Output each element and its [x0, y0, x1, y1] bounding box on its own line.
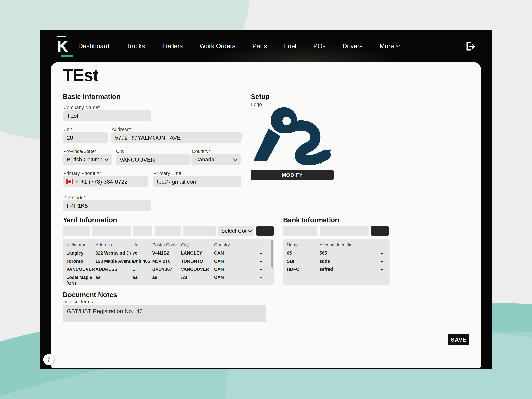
- company-name-input[interactable]: [67, 113, 147, 119]
- yard-table-header: Nickname Address Unit Postal Code City C…: [66, 241, 274, 249]
- navbar: K DashboardTrucksTrailersWork OrdersPart…: [40, 30, 492, 62]
- zip-input[interactable]: [67, 203, 147, 209]
- yard-nickname-input[interactable]: [63, 226, 90, 236]
- nav-item[interactable]: Work Orders: [200, 43, 235, 50]
- table-cell: Local Maple (ON): [66, 275, 95, 285]
- email-input[interactable]: [157, 178, 237, 185]
- nav-item[interactable]: Drivers: [342, 43, 362, 50]
- address-label: Address*: [112, 127, 131, 132]
- chevron-down-icon: [233, 157, 237, 161]
- maple-leaf-icon: [68, 180, 71, 183]
- table-cell: –: [239, 275, 274, 280]
- table-cell: 322 Westwind Drive: [95, 250, 133, 256]
- country-label: Country*: [192, 149, 210, 154]
- table-cell: CAN: [214, 275, 239, 280]
- modify-button[interactable]: MODIFY: [251, 170, 334, 180]
- table-cell: CAN: [214, 266, 239, 272]
- nav-item[interactable]: Fuel: [284, 43, 296, 50]
- yard-add-button[interactable]: +: [256, 226, 274, 236]
- yard-unit-input[interactable]: [133, 226, 152, 236]
- bank-name-input[interactable]: [283, 226, 317, 236]
- table-row: Local Maple (ON)aaaaasASCAN–: [66, 273, 274, 285]
- table-cell: aa: [133, 275, 152, 280]
- unit-input[interactable]: [67, 134, 104, 141]
- yard-information-heading: Yard Information: [63, 216, 117, 224]
- yard-city-input[interactable]: [183, 226, 216, 236]
- brand-logo[interactable]: K: [57, 38, 68, 54]
- email-field[interactable]: [153, 176, 241, 187]
- phone-input[interactable]: [81, 178, 145, 185]
- page-title: TEst: [63, 67, 98, 84]
- setup-heading: Setup: [251, 93, 270, 101]
- company-logo-image: [251, 104, 334, 165]
- email-label: Primary Email: [153, 171, 183, 176]
- table-row: Toronto123 Maple AvenueUnit 405M5V 2T6TO…: [66, 257, 274, 265]
- province-select[interactable]: British Columbia: [63, 154, 112, 165]
- nav-items: DashboardTrucksTrailersWork OrdersPartsF…: [78, 43, 362, 50]
- table-cell: –: [379, 266, 390, 272]
- yard-country-select[interactable]: Select Cou: [218, 226, 254, 236]
- table-row: VANCOUVERADDRESS1BVUYJ67VANCOUVERCAN–: [66, 265, 274, 273]
- column-header: Name: [287, 242, 319, 248]
- phone-label: Primary Phone #*: [63, 171, 101, 176]
- table-cell: Toronto: [66, 258, 95, 264]
- logout-icon[interactable]: [464, 40, 476, 52]
- document-notes-heading: Document Notes: [63, 291, 117, 299]
- city-field[interactable]: [115, 154, 190, 165]
- content-card: TEst Basic Information Company Name* Uni…: [51, 62, 481, 368]
- bank-table: Name Account Identifier 65565–SBIsdds–HD…: [283, 239, 390, 285]
- table-cell: sefrsd: [319, 266, 379, 272]
- city-label: City: [116, 149, 124, 154]
- address-field[interactable]: [111, 132, 241, 143]
- company-name-label: Company Name*: [63, 105, 100, 110]
- table-cell: BVUYJ67: [152, 266, 181, 272]
- invoice-terms-textarea[interactable]: GST/HST Registration No.: 43: [63, 305, 266, 322]
- flag-caret-icon: [76, 181, 78, 182]
- table-row: HDFCsefrsd–: [287, 265, 390, 273]
- canada-flag-icon[interactable]: [66, 179, 74, 184]
- zip-field[interactable]: [63, 201, 151, 211]
- nav-item[interactable]: POs: [313, 43, 325, 50]
- address-input[interactable]: [115, 134, 238, 141]
- city-input[interactable]: [120, 156, 186, 163]
- column-header: Country: [214, 242, 239, 248]
- bank-account-identifier-input[interactable]: [320, 226, 369, 236]
- country-select[interactable]: Canada: [191, 154, 241, 165]
- table-cell: CAN: [214, 258, 239, 264]
- column-header: Postal Code: [152, 242, 181, 248]
- nav-item[interactable]: Dashboard: [78, 43, 109, 50]
- yard-address-input[interactable]: [92, 226, 131, 236]
- chevron-down-icon: [247, 228, 252, 232]
- table-cell: Langley: [66, 250, 95, 256]
- table-cell: Unit 405: [133, 258, 152, 264]
- company-name-field[interactable]: [63, 110, 151, 121]
- unit-field[interactable]: [63, 132, 108, 143]
- nav-item[interactable]: Trailers: [162, 43, 183, 50]
- chevron-down-icon: [396, 43, 400, 48]
- scrollbar-thumb[interactable]: [272, 240, 273, 268]
- yard-postal-code-input[interactable]: [155, 226, 181, 236]
- column-header: Unit: [133, 242, 152, 248]
- chevron-down-icon: [105, 157, 109, 161]
- column-header: City: [181, 242, 214, 248]
- table-row: Langley322 Westwind DriveV4N1B2LANGLEYCA…: [66, 249, 274, 257]
- save-button[interactable]: SAVE: [448, 334, 469, 345]
- table-row: SBIsdds–: [287, 257, 390, 265]
- zip-label: ZIP Code*: [63, 195, 85, 200]
- bank-add-button[interactable]: +: [371, 226, 389, 236]
- nav-item[interactable]: Parts: [252, 43, 267, 50]
- table-cell: –: [239, 250, 274, 256]
- table-cell: aa: [95, 275, 133, 280]
- table-cell: –: [379, 250, 390, 256]
- phone-field[interactable]: [63, 176, 148, 187]
- bank-information-heading: Bank Information: [283, 216, 339, 224]
- column-header: Account Identifier: [319, 242, 379, 248]
- table-cell: V4N1B2: [152, 250, 181, 256]
- nav-item[interactable]: Trucks: [126, 43, 145, 50]
- table-cell: 65: [287, 250, 319, 256]
- invoice-terms-label: Invoice Terms: [63, 299, 93, 304]
- nav-item-more[interactable]: More: [380, 43, 400, 50]
- country-select-value: Canada: [195, 156, 215, 163]
- page: { "nav": { "brand": "K", "items": ["Dash…: [0, 0, 532, 399]
- quick-action-fab[interactable]: [43, 354, 54, 365]
